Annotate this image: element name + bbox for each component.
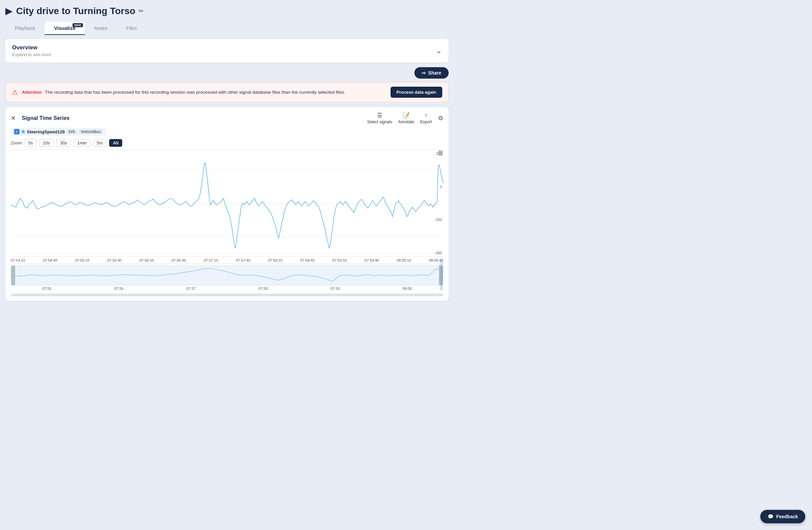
edit-icon[interactable]: ✏	[139, 8, 144, 15]
mini-chart[interactable]	[11, 265, 443, 286]
chart-card: ✕ Signal Time Series ☰︎ Select signals 📝…	[5, 107, 449, 301]
zoom-10s[interactable]: 10s	[39, 139, 54, 147]
attention-bar: ⚠ Attention The recording data that has …	[5, 82, 449, 102]
mini-x-axis: 07:55 07:56 07:57 07:58 07:59 08:00	[11, 286, 443, 291]
share-row: ⇨ Share	[5, 67, 449, 78]
zoom-30s[interactable]: 30s	[56, 139, 71, 147]
feedback-icon: 💬	[768, 514, 773, 519]
attention-label: Attention	[22, 90, 42, 95]
share-button[interactable]: ⇨ Share	[415, 67, 449, 78]
feedback-button[interactable]: 💬 Feedback	[760, 510, 805, 523]
tab-notes[interactable]: Notes	[85, 22, 117, 35]
tab-playback[interactable]: Playback	[5, 22, 45, 35]
share-icon: ⇨	[422, 70, 426, 75]
chip-bus-badge: VehicleBus	[79, 129, 103, 134]
x-axis: 07:54:10 07:54:40 07:55:10 07:55:40 07:5…	[11, 257, 443, 264]
zoom-all[interactable]: All	[109, 139, 122, 147]
page-title: City drive to Turning Torso	[16, 6, 135, 16]
overview-subtitle: Expand to see more	[12, 52, 51, 57]
mini-handle-left[interactable]	[11, 266, 15, 285]
alert-icon: ⚠	[12, 88, 18, 96]
zoom-5m[interactable]: 5m	[93, 139, 106, 147]
zoom-row: Zoom 5s 10s 30s 1min 5m All	[11, 139, 443, 147]
chart-main: 07:54:10 07:54:40 07:55:10 07:55:40 07:5…	[11, 149, 443, 296]
signal-chip: ✓ SteeringSpeed129 D/S VehicleBus	[11, 128, 106, 136]
scrollbar[interactable]	[11, 293, 443, 296]
export-icon: ↑	[424, 112, 427, 119]
overview-card: Overview Expand to see more ⌄	[5, 39, 449, 62]
attention-text: Attention The recording data that has be…	[22, 90, 387, 95]
zoom-5s[interactable]: 5s	[25, 139, 37, 147]
select-signals-icon: ☰︎	[377, 112, 382, 119]
tabs-row: Playback Visualize NEW Notes Files	[5, 22, 449, 35]
zoom-1min[interactable]: 1min	[74, 139, 90, 147]
expand-chevron[interactable]: ⌄	[436, 46, 442, 55]
y-axis-values: 200 0 -200 -400	[433, 149, 443, 257]
play-icon[interactable]: ▶	[5, 5, 13, 16]
settings-icon[interactable]: ⚙	[438, 115, 443, 122]
zoom-label: Zoom	[11, 140, 22, 145]
y-axis: 200 0 -200 -400 SteeringSpeed129	[425, 149, 443, 296]
chart-svg	[11, 150, 443, 257]
annotate-action[interactable]: 📝 Annotate	[398, 112, 414, 124]
chip-type-badge: D/S	[67, 129, 77, 134]
close-chart-button[interactable]: ✕	[11, 115, 16, 122]
chart-title: Signal Time Series	[22, 115, 361, 121]
tab-files[interactable]: Files	[117, 22, 146, 35]
annotate-icon: 📝	[403, 112, 410, 119]
export-action[interactable]: ↑ Export	[420, 112, 432, 124]
y-axis-label: SteeringSpeed129	[439, 260, 443, 290]
chip-dot	[21, 130, 25, 133]
process-data-button[interactable]: Process data again	[391, 87, 443, 98]
chip-checkbox[interactable]: ✓	[14, 129, 19, 134]
signal-chips: ✓ SteeringSpeed129 D/S VehicleBus	[11, 128, 443, 136]
mini-chart-svg	[11, 266, 443, 285]
overview-title: Overview	[12, 44, 51, 51]
tab-visualize[interactable]: Visualize NEW	[45, 22, 85, 35]
select-signals-action[interactable]: ☰︎ Select signals	[367, 112, 392, 124]
chart-menu-icon[interactable]: ☰	[438, 149, 443, 157]
chart-toolbar: ✕ Signal Time Series ☰︎ Select signals 📝…	[11, 112, 443, 124]
new-badge: NEW	[73, 23, 83, 27]
chart-area-wrapper: ☰	[11, 149, 443, 296]
